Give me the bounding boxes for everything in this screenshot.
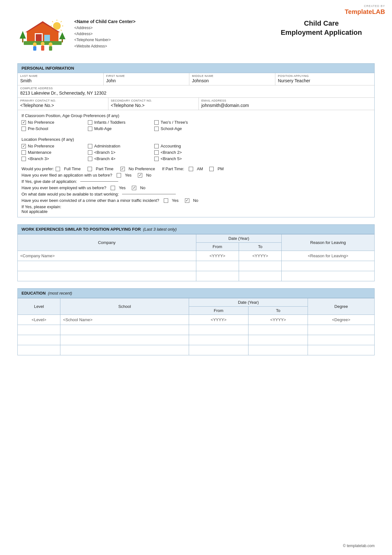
svg-rect-16 [41, 46, 44, 51]
accounting-checkbox[interactable] [154, 144, 159, 148]
branch1-checkbox[interactable] [88, 150, 92, 155]
branch4-checkbox[interactable] [88, 157, 92, 161]
no-pref-work-label: No Preference [129, 166, 155, 171]
position-cell: POSITION APPLYING Nursery Teacher [275, 73, 374, 85]
svg-point-5 [53, 22, 61, 30]
svg-rect-3 [36, 34, 42, 41]
employed-before-label: Have you ever been employed with us befo… [21, 185, 106, 190]
secondary-contact-value[interactable]: <Telephone No.> [111, 103, 196, 108]
middle-name-cell: MIDDLE NAME Johnson [189, 73, 275, 85]
header-section: <Name of Child Care Center> <Address> <A… [17, 19, 375, 54]
middle-name-value[interactable]: Johnson [192, 78, 273, 83]
address-value[interactable]: 8213 Lakeview Dr., Schenectady, NY 12302 [20, 90, 372, 96]
infants-toddlers-checkbox[interactable] [88, 120, 92, 125]
part-time-checkbox[interactable] [88, 167, 92, 171]
primary-contact-cell: PRIMARY CONTACT NO. <Telephone No.> [18, 98, 108, 110]
edu-degree-0[interactable]: <Degree> [308, 315, 375, 325]
svg-rect-18 [49, 46, 52, 51]
edu-row-1 [18, 325, 375, 335]
edu-from-0[interactable]: <YYYY> [189, 315, 248, 325]
svg-line-9 [61, 30, 62, 31]
explain-value[interactable]: Not applicable [21, 209, 371, 214]
childcare-logo-svg [17, 19, 68, 54]
svg-point-15 [41, 42, 45, 46]
primary-contact-value[interactable]: <Telephone No.> [20, 103, 106, 108]
no-pref-classroom-label: No Preference [28, 120, 54, 125]
convicted-yes-checkbox[interactable] [164, 198, 168, 203]
filed-yes-checkbox[interactable] [117, 173, 121, 178]
primary-contact-label: PRIMARY CONTACT NO. [20, 99, 106, 102]
branch1-label: <Branch 1> [94, 150, 115, 155]
am-checkbox[interactable] [189, 167, 193, 171]
work-company-1 [18, 261, 196, 271]
edu-to-2 [248, 335, 308, 345]
work-experience-header: WORK EXPERENCES SIMILAR TO POSITION APPL… [17, 224, 375, 234]
address1: <Address> [74, 25, 281, 31]
branch2-checkbox[interactable] [154, 150, 159, 155]
employed-before-row: Have you ever been employed with us befo… [21, 185, 371, 190]
work-from-0[interactable]: <YYYY> [196, 251, 239, 261]
last-name-label: LAST NAME [20, 74, 101, 78]
work-exp-row-2 [18, 271, 375, 281]
employed-no-checkbox[interactable] [132, 186, 136, 190]
center-info: <Name of Child Care Center> <Address> <A… [68, 19, 281, 49]
location-prefs-row1: No Preference Administration Accounting [21, 144, 371, 148]
questions-section: Would you prefer: Full Time Part Time No… [18, 166, 374, 217]
edu-level-0[interactable]: <Level> [18, 315, 60, 325]
work-reason-0[interactable]: <Reason for Leaving> [282, 251, 375, 261]
last-name-value[interactable]: Smith [20, 78, 101, 83]
footer: © templatelab.com [343, 544, 375, 548]
edu-row-2 [18, 335, 375, 345]
secondary-contact-cell: SECONDARY CONTACT NO. <Telephone No.> [108, 98, 199, 110]
full-time-checkbox[interactable] [56, 167, 60, 171]
school-age-checkbox[interactable] [154, 127, 159, 131]
edu-school-0[interactable]: <School Name> [60, 315, 189, 325]
position-value[interactable]: Nursery Teacher [278, 78, 372, 83]
edu-school-3 [60, 345, 189, 355]
if-part-time-label: If Part Time: [162, 166, 184, 171]
employed-yes-checkbox[interactable] [111, 186, 115, 190]
email-cell: EMAIL ADDRESS johnsmith@domain.com [199, 98, 374, 110]
no-pref-location-checkbox[interactable] [21, 144, 26, 148]
branch3-checkbox[interactable] [21, 157, 26, 161]
level-header: Level [18, 298, 60, 315]
maintenance-item: Maintenance [21, 150, 78, 155]
school-age-item: School-Age [154, 126, 211, 131]
name-position-row: LAST NAME Smith FIRST NAME John MIDDLE N… [18, 73, 374, 85]
filed-before-row: Have you ever filed an application with … [21, 173, 371, 178]
first-name-value[interactable]: John [106, 78, 187, 83]
convicted-no-checkbox[interactable] [185, 198, 189, 203]
am-label: AM [197, 166, 203, 171]
education-header: EDUCATION (most recent) [17, 288, 375, 298]
classroom-prefs-section: If Classroom Position, Age Group Prefere… [18, 110, 374, 136]
company-header: Company [18, 234, 196, 251]
work-experience-section: WORK EXPERENCES SIMILAR TO POSITION APPL… [17, 224, 375, 281]
svg-point-13 [33, 42, 37, 46]
no-pref-work-checkbox[interactable] [120, 167, 125, 171]
branch5-checkbox[interactable] [154, 157, 159, 161]
preschool-checkbox[interactable] [21, 127, 26, 131]
administration-checkbox[interactable] [88, 144, 92, 148]
work-company-0[interactable]: <Company Name> [18, 251, 196, 261]
email-value[interactable]: johnsmith@domain.com [201, 103, 372, 108]
work-to-0[interactable]: <YYYY> [239, 251, 281, 261]
multiage-checkbox[interactable] [88, 127, 92, 131]
location-prefs-title: Location Preferences (if any) [21, 137, 371, 142]
work-reason-1 [282, 261, 375, 271]
edu-to-header: To [248, 307, 308, 315]
personal-info-border: LAST NAME Smith FIRST NAME John MIDDLE N… [17, 73, 375, 217]
pm-checkbox[interactable] [209, 167, 214, 171]
preschool-item: Pre-School [21, 126, 78, 131]
website: <Website Address> [74, 43, 281, 49]
work-experience-table: Company Date (Year) Reason for Leaving F… [17, 234, 375, 281]
no-pref-classroom-checkbox[interactable] [21, 120, 26, 125]
edu-to-0[interactable]: <YYYY> [248, 315, 308, 325]
start-date-line [122, 194, 176, 194]
app-title-line1: Child Care [281, 19, 362, 28]
maintenance-checkbox[interactable] [21, 150, 26, 155]
preschool-label: Pre-School [28, 126, 48, 131]
twos-threes-checkbox[interactable] [154, 120, 159, 125]
to-header: To [239, 243, 281, 251]
filed-no-checkbox[interactable] [138, 173, 142, 178]
if-yes-date-label: If Yes, give date of application: [21, 179, 77, 184]
